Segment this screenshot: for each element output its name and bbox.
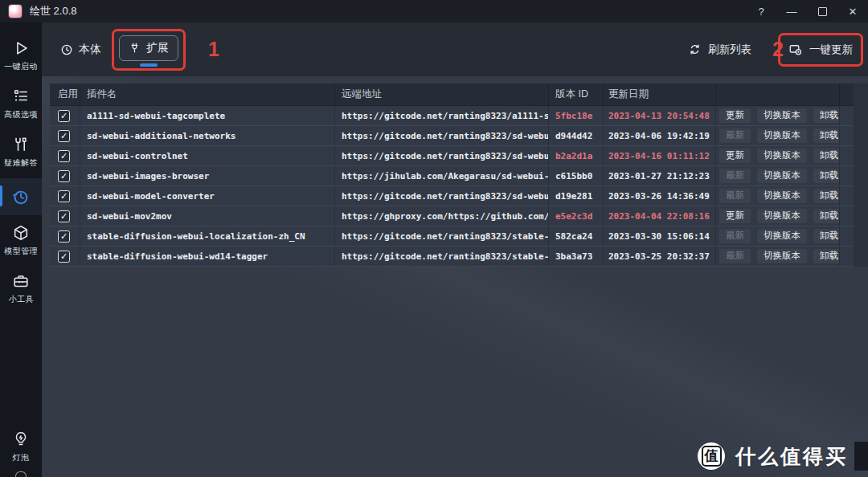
check-icon: ✓ — [60, 172, 68, 181]
uninstall-button[interactable]: 卸载 — [813, 108, 840, 124]
empty-cell — [840, 247, 854, 266]
uninstall-button[interactable]: 卸载 — [813, 128, 840, 144]
update-status-button[interactable]: 最新 — [719, 169, 751, 184]
empty-cell — [840, 146, 854, 165]
clock-icon — [60, 43, 73, 56]
annotation-box-2: 一键更新 — [778, 33, 863, 67]
sidebar-item-troubleshoot[interactable]: 疑难解答 — [0, 128, 42, 177]
enabled-cell: ✓ — [50, 146, 80, 165]
table-row: ✓ sd-webui-mov2mov https://ghproxy.com/h… — [50, 206, 854, 226]
actions-cell: 最新 切换版本 卸载 — [716, 166, 840, 186]
update-date: 2023-04-16 01:11:12 — [604, 146, 716, 165]
table-row: ✓ sd-webui-controlnet https://gitcode.ne… — [50, 146, 854, 166]
smzdm-badge-icon: 值 — [698, 442, 725, 470]
uninstall-button[interactable]: 卸载 — [813, 249, 840, 264]
update-status-button[interactable]: 最新 — [719, 128, 751, 144]
version-id: e5e2c3d — [549, 206, 604, 226]
switch-version-button[interactable]: 切换版本 — [757, 169, 807, 184]
update-status-button[interactable]: 最新 — [719, 229, 751, 244]
remote-url: https://gitcode.net/ranting8323/sd-webu — [335, 146, 549, 165]
maximize-icon — [818, 7, 827, 16]
empty-cell — [840, 166, 854, 186]
sidebar-item-launch[interactable]: 一键启动 — [0, 32, 42, 80]
sidebar-item-tools[interactable]: 小工具 — [0, 265, 42, 313]
remote-url: https://gitcode.net/ranting8323/sd-webu — [335, 186, 549, 206]
enabled-checkbox[interactable]: ✓ — [58, 150, 70, 162]
enabled-checkbox[interactable]: ✓ — [58, 110, 70, 122]
sidebar-item-model-management[interactable]: 模型管理 — [0, 217, 42, 265]
tools-icon — [12, 136, 30, 153]
switch-version-button[interactable]: 切换版本 — [757, 229, 807, 244]
enabled-checkbox[interactable]: ✓ — [58, 210, 70, 222]
enabled-cell: ✓ — [50, 226, 80, 246]
refresh-list-button[interactable]: 刷新列表 — [688, 43, 751, 57]
enabled-checkbox[interactable]: ✓ — [58, 251, 70, 263]
enabled-cell: ✓ — [50, 247, 80, 266]
plug-icon — [129, 42, 141, 54]
actions-cell: 更新 切换版本 卸载 — [716, 206, 840, 226]
remote-url: https://gitcode.net/ranting8323/sd-webu — [335, 126, 549, 145]
partial-icon — [15, 471, 27, 477]
switch-version-button[interactable]: 切换版本 — [757, 189, 807, 204]
enabled-checkbox[interactable]: ✓ — [58, 170, 70, 182]
annotation-marker-2: 2 — [772, 38, 784, 61]
switch-version-button[interactable]: 切换版本 — [757, 249, 807, 264]
plugins-table: 启用 插件名 远端地址 版本 ID 更新日期 ✓ a1111-sd-webui-… — [50, 84, 854, 267]
plugin-name: sd-webui-images-browser — [80, 166, 335, 186]
app-logo-icon — [8, 4, 23, 18]
uninstall-button[interactable]: 卸载 — [813, 149, 840, 164]
enabled-checkbox[interactable]: ✓ — [58, 230, 70, 243]
switch-version-button[interactable]: 切换版本 — [757, 209, 807, 224]
watermark-block — [854, 442, 868, 471]
switch-version-button[interactable]: 切换版本 — [757, 149, 807, 164]
enabled-checkbox[interactable]: ✓ — [58, 130, 70, 142]
enabled-checkbox[interactable]: ✓ — [58, 190, 70, 202]
version-id: 5fbc18e — [549, 106, 604, 125]
sidebar-item-version-management[interactable] — [0, 178, 42, 215]
actions-cell: 更新 切换版本 卸载 — [716, 106, 840, 125]
update-status-button[interactable]: 最新 — [719, 189, 751, 204]
toolbox-icon — [12, 272, 30, 290]
uninstall-button[interactable]: 卸载 — [813, 169, 840, 184]
empty-cell — [840, 226, 854, 246]
tab-extensions[interactable]: 扩展 — [119, 35, 178, 61]
version-id: 582ca24 — [549, 226, 604, 246]
minimize-button[interactable]: — — [776, 0, 807, 22]
plugin-name: sd-webui-additional-networks — [80, 126, 335, 145]
actions-cell: 最新 切换版本 卸载 — [716, 126, 840, 145]
table-row: ✓ stable-diffusion-webui-wd14-tagger htt… — [50, 247, 854, 267]
empty-cell — [840, 106, 854, 125]
header-empty — [840, 84, 854, 105]
update-date: 2023-04-06 19:42:19 — [604, 126, 716, 145]
table-row: ✓ stable-diffusion-webui-localization-zh… — [50, 226, 854, 247]
update-date: 2023-03-30 15:06:14 — [604, 226, 716, 246]
maximize-button[interactable] — [807, 0, 837, 22]
empty-cell — [840, 206, 854, 226]
update-status-button[interactable]: 最新 — [719, 249, 751, 264]
remote-url: https://ghproxy.com/https://github.com/ — [335, 206, 549, 226]
uninstall-button[interactable]: 卸载 — [813, 189, 840, 204]
update-status-button[interactable]: 更新 — [719, 209, 751, 224]
update-status-button[interactable]: 更新 — [719, 149, 751, 164]
switch-version-button[interactable]: 切换版本 — [757, 128, 807, 144]
sidebar-item-bulb[interactable]: 灯泡 — [0, 423, 42, 471]
update-all-button[interactable]: 一键更新 — [788, 43, 853, 57]
uninstall-button[interactable]: 卸载 — [813, 229, 840, 244]
close-button[interactable]: ✕ — [837, 0, 868, 22]
plugin-name: sd-webui-mov2mov — [80, 206, 335, 226]
update-status-button[interactable]: 更新 — [719, 108, 751, 124]
table-rows: ✓ a1111-sd-webui-tagcomplete https://git… — [50, 106, 854, 267]
actions-cell: 最新 切换版本 卸载 — [716, 186, 840, 206]
remote-url: https://jihulab.com/Akegarasu/sd-webui- — [335, 166, 549, 186]
remote-url: https://gitcode.net/ranting8323/stable- — [335, 226, 549, 246]
help-button[interactable]: ? — [746, 0, 776, 22]
titlebar: 绘世 2.0.8 ? — ✕ — [0, 0, 868, 22]
sidebar-item-advanced-options[interactable]: 高级选项 — [0, 80, 42, 128]
window-controls: ? — ✕ — [746, 0, 868, 22]
update-date: 2023-03-26 14:36:49 — [604, 186, 716, 206]
tab-local[interactable]: 本体 — [60, 43, 101, 57]
version-id: b2a2d1a — [549, 146, 604, 165]
switch-version-button[interactable]: 切换版本 — [757, 108, 807, 124]
scrollbar-track[interactable] — [854, 84, 868, 267]
uninstall-button[interactable]: 卸载 — [813, 209, 840, 224]
